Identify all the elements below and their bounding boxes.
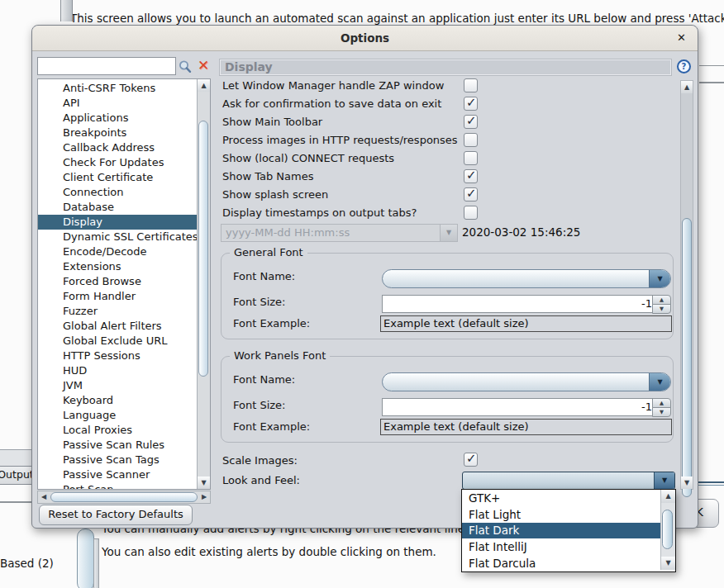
checkbox[interactable] [464, 151, 478, 165]
spinner-down-icon[interactable]: ▼ [652, 407, 671, 417]
timestamp-format-value: yyyy-MM-dd HH:mm:ss [226, 226, 350, 239]
scale-images-checkbox[interactable] [464, 453, 478, 467]
dropdown-option[interactable]: Flat Darcula [462, 555, 661, 571]
sidebar-item[interactable]: Anti-CSRF Tokens [38, 81, 210, 96]
font-example-value: Example text (default size) [380, 419, 672, 435]
general-font-group: General Font Font Name: ▼ Font Size: -1 … [221, 253, 674, 339]
sidebar-item[interactable]: Global Alert Filters [38, 319, 210, 334]
search-input[interactable] [37, 57, 176, 75]
sidebar-item[interactable]: Client Certificate [38, 170, 210, 185]
scrollbar-thumb[interactable] [682, 218, 692, 497]
look-and-feel-combobox[interactable]: ▼ [462, 472, 675, 490]
panel-scrollbar[interactable]: ▲ ▼ [680, 80, 693, 490]
sidebar-item[interactable]: JVM [38, 378, 210, 393]
timestamp-example: 2020-03-02 15:46:25 [462, 225, 580, 239]
dropdown-option[interactable]: Flat Light [462, 506, 661, 523]
sidebar-item[interactable]: Dynamic SSL Certificates [38, 230, 210, 244]
panel-title: Display [219, 59, 672, 76]
background-based-label: Based (2) [0, 557, 54, 570]
sidebar-item[interactable]: Language [38, 408, 210, 423]
chevron-down-icon[interactable]: ▼ [649, 373, 670, 391]
sidebar-item[interactable]: HUD [38, 363, 210, 378]
font-name-label: Font Name: [233, 270, 295, 282]
setting-label: Display timestamps on output tabs? [222, 206, 417, 219]
setting-row: Show splash screen [221, 186, 526, 204]
font-name-combobox[interactable]: ▼ [382, 269, 671, 288]
sidebar-item[interactable]: Check For Updates [38, 155, 210, 170]
font-size-stepper[interactable]: ▲ ▼ [652, 295, 671, 313]
scroll-up-icon[interactable]: ▲ [681, 81, 693, 93]
help-icon[interactable]: ? [677, 59, 691, 74]
sidebar-item[interactable]: Fuzzer [38, 304, 210, 319]
sidebar-item[interactable]: Passive Scan Rules [38, 438, 210, 453]
background-attack-text: This screen allows you to launch an auto… [70, 12, 724, 25]
spinner-down-icon[interactable]: ▼ [652, 304, 671, 314]
options-dialog: Options ✕ ✕ Anti-CSRF Tokens API Applica… [31, 25, 698, 529]
scroll-left-icon[interactable]: ◀ [38, 491, 50, 503]
dropdown-option[interactable]: Flat IntelliJ [462, 538, 661, 555]
checkbox[interactable] [464, 78, 478, 92]
dropdown-option[interactable]: GTK+ [462, 490, 661, 506]
dialog-titlebar[interactable]: Options ✕ [32, 26, 698, 51]
background-divider [695, 485, 724, 486]
sidebar-item[interactable]: Breakpoints [38, 126, 210, 140]
scroll-down-icon[interactable]: ▼ [198, 477, 210, 489]
reset-factory-defaults-button[interactable]: Reset to Factory Defaults [39, 505, 193, 525]
scroll-down-icon[interactable]: ▼ [661, 557, 675, 570]
clear-search-icon[interactable]: ✕ [198, 57, 209, 74]
search-icon[interactable] [178, 59, 193, 74]
checkbox[interactable] [464, 115, 478, 129]
sidebar-item[interactable]: Keyboard [38, 393, 210, 408]
sidebar-item[interactable]: Encode/Decode [38, 244, 210, 259]
font-size-stepper[interactable]: ▲ ▼ [652, 398, 671, 416]
scroll-up-icon[interactable]: ▲ [661, 490, 675, 503]
font-size-input[interactable]: -1 [382, 295, 658, 313]
sidebar-item[interactable]: Forced Browse [38, 274, 210, 289]
sidebar-item[interactable]: Database [38, 200, 210, 215]
font-name-combobox[interactable]: ▼ [382, 372, 671, 391]
background-divider [699, 65, 724, 66]
checkbox[interactable] [464, 97, 478, 111]
sidebar-item[interactable]: Form Handler [38, 289, 210, 304]
dropdown-option[interactable]: Flat Dark [462, 523, 661, 539]
scroll-down-icon[interactable]: ▼ [681, 477, 693, 489]
sidebar-item[interactable]: Local Proxies [38, 423, 210, 438]
dropdown-scrollbar[interactable]: ▲ ▼ [660, 490, 675, 570]
checkbox[interactable] [464, 133, 478, 147]
font-size-input[interactable]: -1 [382, 398, 658, 416]
sidebar-scrollbar[interactable]: ▲ ▼ [197, 79, 210, 489]
chevron-down-icon[interactable]: ▼ [649, 270, 670, 287]
sidebar-item[interactable]: Display [38, 215, 210, 230]
checkbox[interactable] [464, 187, 478, 202]
sidebar-item[interactable]: Port Scan [38, 482, 210, 490]
sidebar-item[interactable]: Callback Address [38, 140, 210, 155]
sidebar-item[interactable]: Global Exclude URL [38, 334, 210, 349]
sidebar-item[interactable]: API [38, 96, 210, 111]
sidebar-item[interactable]: Passive Scanner [38, 467, 210, 482]
scrollbar-thumb[interactable] [198, 121, 208, 377]
group-title: General Font [230, 246, 307, 258]
dialog-title: Options [32, 26, 698, 50]
scroll-right-icon[interactable]: ▶ [198, 491, 210, 503]
group-title: Work Panels Font [230, 349, 330, 362]
close-icon[interactable]: ✕ [677, 26, 686, 50]
checkbox[interactable] [464, 206, 478, 220]
checkbox[interactable] [464, 169, 478, 183]
sidebar-item[interactable]: HTTP Sessions [38, 349, 210, 363]
background-scrollbar-thumb[interactable] [77, 529, 94, 588]
scrollbar-thumb[interactable] [662, 510, 673, 549]
font-size-label: Font Size: [233, 399, 286, 411]
background-scrollbar-fragment [60, 0, 73, 21]
sidebar-item[interactable]: Passive Scan Tags [38, 453, 210, 467]
chevron-down-icon[interactable]: ▼ [654, 472, 674, 489]
scroll-up-icon[interactable]: ▲ [198, 79, 210, 92]
setting-row: Show (local) CONNECT requests [221, 149, 526, 168]
screen: This screen allows you to launch an auto… [0, 0, 724, 588]
sidebar-item[interactable]: Applications [38, 111, 210, 126]
sidebar-item[interactable]: Extensions [38, 259, 210, 274]
sidebar-item[interactable]: Connection [38, 185, 210, 200]
scrollbar-thumb[interactable] [50, 492, 198, 502]
setting-label: Show splash screen [222, 188, 328, 201]
setting-label: Ask for confirmation to save data on exi… [222, 97, 441, 110]
sidebar-hscrollbar[interactable]: ◀ ▶ [37, 491, 211, 504]
